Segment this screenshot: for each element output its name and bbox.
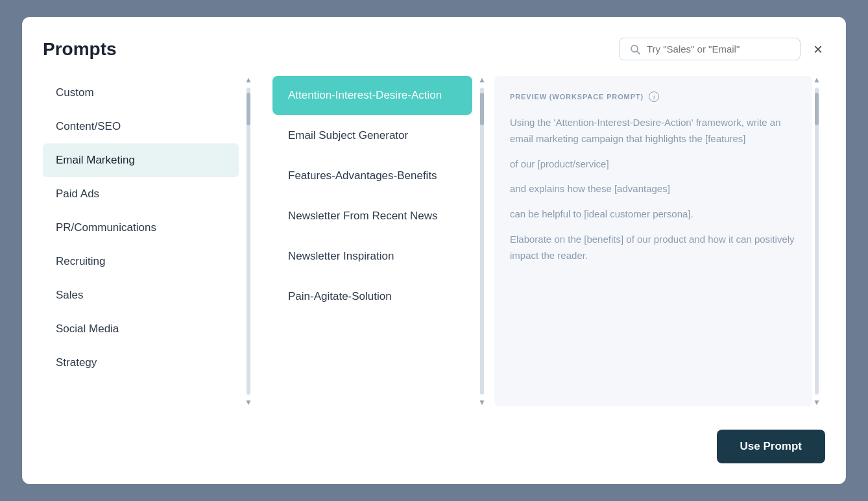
prompt-item-aida[interactable]: Attention-Interest-Desire-Action [272, 76, 472, 115]
preview-column: PREVIEW (WORKSPACE PROMPT) i Using the '… [494, 76, 812, 406]
prompts-scroll: ▲ ▼ [477, 76, 487, 406]
category-item-sales[interactable]: Sales [43, 278, 239, 312]
category-item-pr-communications[interactable]: PR/Communications [43, 211, 239, 245]
prompt-item-pas[interactable]: Pain-Agitate-Solution [272, 277, 472, 316]
search-icon [630, 44, 640, 55]
categories-scroll-thumb [247, 93, 250, 125]
category-item-email-marketing[interactable]: Email Marketing [43, 143, 239, 177]
categories-scroll-up[interactable]: ▲ [245, 76, 252, 84]
preview-text: Using the 'Attention-Interest-Desire-Act… [510, 115, 797, 263]
close-button[interactable]: × [811, 39, 825, 60]
preview-paragraph-3: can be helpful to [ideal customer person… [510, 206, 797, 223]
svg-line-1 [637, 51, 640, 54]
prompts-column: Attention-Interest-Desire-ActionEmail Su… [262, 76, 477, 406]
preview-scroll-track [815, 88, 819, 395]
category-item-content-seo[interactable]: Content/SEO [43, 110, 239, 143]
prompt-item-fab[interactable]: Features-Advantages-Benefits [272, 156, 472, 195]
category-item-paid-ads[interactable]: Paid Ads [43, 177, 239, 211]
header-right: × [619, 38, 825, 60]
prompt-item-email-subject[interactable]: Email Subject Generator [272, 116, 472, 155]
category-item-recruiting[interactable]: Recruiting [43, 245, 239, 278]
preview-paragraph-1: of our [product/service] [510, 156, 797, 173]
preview-paragraph-2: and explains how these [advantages] [510, 181, 797, 197]
use-prompt-button[interactable]: Use Prompt [717, 430, 825, 463]
info-icon[interactable]: i [649, 92, 659, 102]
preview-label: PREVIEW (WORKSPACE PROMPT) [510, 93, 644, 101]
preview-scroll: ▲ ▼ [812, 76, 821, 406]
category-item-strategy[interactable]: Strategy [43, 346, 239, 380]
modal-body: CustomContent/SEOEmail MarketingPaid Ads… [43, 76, 825, 406]
modal-header: Prompts × [43, 38, 825, 60]
categories-scroll-track [247, 88, 250, 395]
prompts-scroll-up[interactable]: ▲ [478, 76, 486, 84]
preview-paragraph-4: Elaborate on the [benefits] of our produ… [510, 232, 797, 264]
categories-scroll-down[interactable]: ▼ [245, 398, 252, 406]
modal-overlay: Prompts × CustomContent/SEOEmail Marketi… [0, 0, 868, 501]
prompts-scroll-down[interactable]: ▼ [478, 398, 486, 406]
categories-column: CustomContent/SEOEmail MarketingPaid Ads… [43, 76, 244, 406]
prompts-scroll-track [480, 88, 484, 395]
preview-scroll-down[interactable]: ▼ [813, 398, 821, 406]
prompts-scroll-thumb [480, 93, 484, 125]
preview-header: PREVIEW (WORKSPACE PROMPT) i [510, 92, 797, 102]
categories-scroll: ▲ ▼ [244, 76, 253, 406]
prompt-item-newsletter-news[interactable]: Newsletter From Recent News [272, 197, 472, 236]
preview-paragraph-0: Using the 'Attention-Interest-Desire-Act… [510, 115, 797, 147]
preview-scroll-up[interactable]: ▲ [813, 76, 821, 84]
search-input[interactable] [647, 43, 790, 55]
modal-footer: Use Prompt [43, 419, 825, 463]
preview-scroll-thumb [815, 93, 819, 125]
prompt-item-newsletter-inspiration[interactable]: Newsletter Inspiration [272, 237, 472, 276]
modal-title: Prompts [43, 39, 117, 60]
search-box[interactable] [619, 38, 801, 60]
category-item-social-media[interactable]: Social Media [43, 312, 239, 346]
modal-dialog: Prompts × CustomContent/SEOEmail Marketi… [22, 17, 846, 484]
category-item-custom[interactable]: Custom [43, 76, 239, 110]
